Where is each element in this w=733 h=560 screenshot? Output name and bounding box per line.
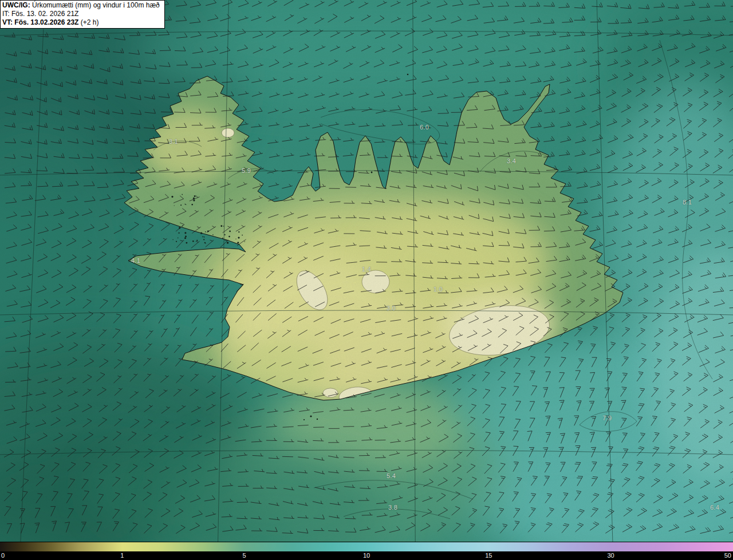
valid-label: VT: — [2, 18, 13, 26]
colorbar-tick-label: 15 — [485, 551, 492, 560]
init-label: IT: — [2, 10, 10, 18]
model-label: UWC/IG: — [2, 1, 30, 9]
colorbar: 01510153050 — [0, 542, 733, 560]
map-title: Úrkomumætti (mm) og vindur i 100m hæð — [32, 1, 160, 9]
colorbar-tick-label: 0 — [1, 551, 5, 560]
init-time: Fös. 13. 02. 2026 21Z — [11, 10, 78, 18]
init-time-line: IT: Fös. 13. 02. 2026 21Z — [2, 10, 160, 18]
colorbar-tick-label: 10 — [363, 551, 370, 560]
valid-time: Fös. 13.02.2026 23Z — [14, 18, 78, 26]
valid-offset: (+2 h) — [81, 18, 99, 26]
colorbar-tick-label: 1 — [120, 551, 124, 560]
colorbar-tick-label: 5 — [243, 551, 246, 560]
valid-time-line: VT: Fös. 13.02.2026 23Z (+2 h) — [2, 18, 160, 27]
map-title-line: UWC/IG: Úrkomumætti (mm) og vindur i 100… — [2, 1, 160, 10]
weather-map-stage: 3.15.96.03.48.14.11.41.03.07.95.43.86.4 … — [0, 0, 733, 560]
colorbar-tick-row: 01510153050 — [0, 551, 733, 560]
colorbar-tick-label: 30 — [607, 551, 614, 560]
colorbar-gradient — [0, 542, 733, 551]
map-canvas — [0, 0, 733, 542]
colorbar-tick-label: 50 — [724, 551, 731, 560]
forecast-info-box: UWC/IG: Úrkomumætti (mm) og vindur i 100… — [0, 0, 165, 29]
